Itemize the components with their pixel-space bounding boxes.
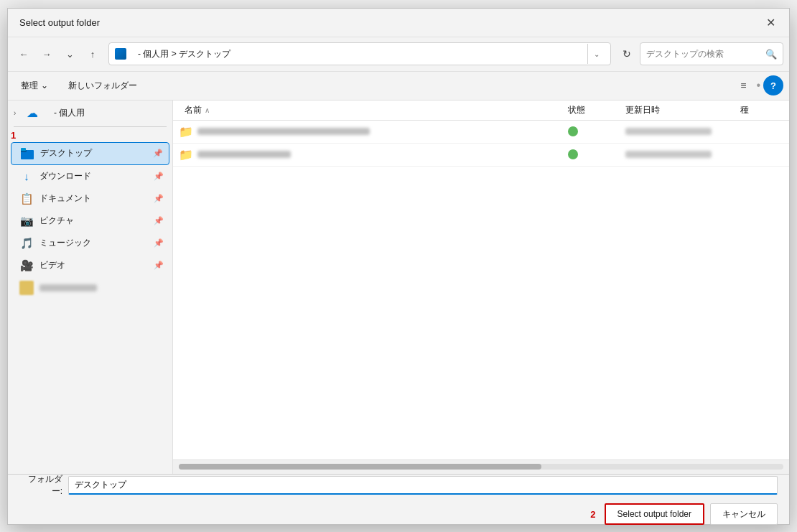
file-list-header: 名前 ∧ 状態 更新日時 種 (173, 101, 789, 121)
pictures-icon: 📷 (19, 214, 34, 228)
breadcrumb-sep: > (172, 49, 179, 59)
annotation-badge-2: 2 (590, 509, 595, 520)
file-icon-1: 📁 (179, 124, 193, 139)
file-dialog: Select output folder ✕ ← → ⌄ ↑ - 個人用 > デ… (7, 8, 790, 525)
cloud-section-label[interactable]: - 個人用 (45, 107, 167, 119)
sidebar-item-videos[interactable]: 🎥 ビデオ 📌 (11, 255, 169, 276)
status-dot-1 (568, 126, 578, 136)
up-button[interactable]: ↑ (83, 44, 103, 64)
sidebar-cloud-section: › ☁ - 個人用 (8, 103, 172, 123)
sidebar-item-music[interactable]: 🎵 ミュージック 📌 (11, 233, 169, 254)
breadcrumb-desktop[interactable]: デスクトップ (179, 49, 230, 59)
recent-button[interactable]: ⌄ (60, 44, 80, 64)
view-button[interactable]: ≡ (733, 75, 753, 95)
file-date-cell-2 (625, 151, 740, 158)
videos-icon: 🎥 (19, 258, 34, 273)
pictures-label: ピクチャ (39, 215, 148, 227)
file-name-cell-2: 📁 (179, 147, 568, 162)
close-button[interactable]: ✕ (760, 12, 780, 32)
pin-icon-pictures: 📌 (154, 216, 164, 225)
dialog-footer: フォルダー: 2 Select output folder キャンセル (8, 474, 789, 524)
sidebar-item-documents[interactable]: 📋 ドキュメント 📌 (11, 188, 169, 210)
blurred-folder-icon (19, 281, 34, 295)
videos-label: ビデオ (39, 259, 148, 271)
view-sep: • (756, 79, 760, 92)
music-icon: 🎵 (19, 236, 34, 251)
help-button[interactable]: ? (763, 75, 783, 95)
pin-icon-music: 📌 (154, 238, 164, 248)
column-date[interactable]: 更新日時 (625, 104, 740, 116)
forward-button[interactable]: → (37, 44, 57, 64)
pin-icon-download: 📌 (154, 172, 164, 181)
pin-icon-desktop: 📌 (153, 149, 163, 158)
back-button[interactable]: ← (14, 44, 34, 64)
folder-label: フォルダー: (19, 473, 62, 498)
breadcrumb-dropdown[interactable]: ⌄ (587, 44, 605, 64)
column-status[interactable]: 状態 (568, 104, 625, 116)
file-list: 📁 📁 (173, 121, 789, 459)
sidebar-item-desktop[interactable]: デスクトップ 📌 (11, 142, 169, 165)
expand-icon: › (14, 109, 22, 117)
scrollbar-track (179, 464, 783, 470)
documents-icon: 📋 (19, 192, 34, 206)
sidebar-item-download[interactable]: ↓ ダウンロード 📌 (11, 166, 169, 187)
breadcrumb-icon (115, 48, 126, 60)
file-name-cell-1: 📁 (179, 124, 568, 139)
file-status-cell-2 (568, 149, 625, 159)
annotation-badge-1: 1 (11, 130, 16, 141)
desktop-label: デスクトップ (40, 147, 147, 159)
organize-label: 整理 (21, 80, 38, 92)
organize-button[interactable]: 整理 ⌄ (14, 75, 55, 95)
folder-row: フォルダー: (19, 473, 778, 498)
breadcrumb-bar[interactable]: - 個人用 > デスクトップ ⌄ (108, 42, 611, 65)
download-icon: ↓ (19, 169, 34, 184)
blurred-label (39, 284, 97, 291)
search-icon: 🔍 (765, 49, 777, 60)
main-content: › ☁ - 個人用 1 デスクトップ 📌 (8, 101, 789, 474)
table-row[interactable]: 📁 (173, 121, 789, 144)
title-bar: Select output folder ✕ (8, 9, 789, 37)
pin-icon-documents: 📌 (154, 194, 164, 203)
navigation-bar: ← → ⌄ ↑ - 個人用 > デスクトップ ⌄ ↻ 🔍 (8, 37, 789, 72)
music-label: ミュージック (39, 237, 148, 249)
file-name-text-2 (197, 151, 291, 158)
cloud-icon: ☁ (27, 106, 41, 121)
search-bar: 🔍 (640, 42, 783, 65)
file-name-text-1 (197, 128, 370, 135)
refresh-button[interactable]: ↻ (617, 44, 637, 64)
desktop-folder-icon (20, 146, 34, 161)
sort-arrow-icon: ∧ (205, 106, 210, 114)
new-folder-label: 新しいフォルダー (68, 80, 137, 92)
cancel-button[interactable]: キャンセル (710, 503, 778, 525)
organize-dropdown-icon: ⌄ (41, 80, 48, 90)
svg-rect-2 (21, 148, 26, 151)
file-date-cell-1 (625, 128, 740, 135)
select-output-folder-button[interactable]: Select output folder (605, 503, 704, 525)
search-input[interactable] (646, 49, 763, 59)
sidebar-item-pictures[interactable]: 📷 ピクチャ 📌 (11, 210, 169, 232)
column-name[interactable]: 名前 ∧ (179, 104, 568, 116)
sidebar-item-blurred (11, 277, 169, 299)
status-dot-2 (568, 149, 578, 159)
folder-input[interactable] (68, 476, 778, 495)
breadcrumb-text: - 個人用 > デスクトップ (129, 48, 584, 60)
file-date-text-1 (625, 128, 712, 135)
file-date-text-2 (625, 151, 712, 158)
toolbar-right: ≡ • ? (733, 75, 783, 95)
column-type: 種 (740, 104, 783, 116)
table-row[interactable]: 📁 (173, 144, 789, 167)
file-status-cell-1 (568, 126, 625, 136)
new-folder-button[interactable]: 新しいフォルダー (61, 75, 144, 95)
file-icon-2: 📁 (179, 147, 193, 162)
scrollbar-thumb[interactable] (179, 464, 541, 470)
toolbar: 整理 ⌄ 新しいフォルダー ≡ • ? (8, 72, 789, 101)
pin-icon-videos: 📌 (154, 261, 164, 270)
dialog-title: Select output folder (19, 17, 100, 28)
horizontal-scrollbar[interactable] (173, 459, 789, 474)
sidebar: › ☁ - 個人用 1 デスクトップ 📌 (8, 101, 173, 474)
file-area: 名前 ∧ 状態 更新日時 種 📁 (173, 101, 789, 474)
documents-label: ドキュメント (39, 192, 148, 205)
breadcrumb-personal[interactable]: - 個人用 (129, 49, 169, 59)
button-row: 2 Select output folder キャンセル (19, 503, 778, 525)
download-label: ダウンロード (39, 170, 148, 182)
